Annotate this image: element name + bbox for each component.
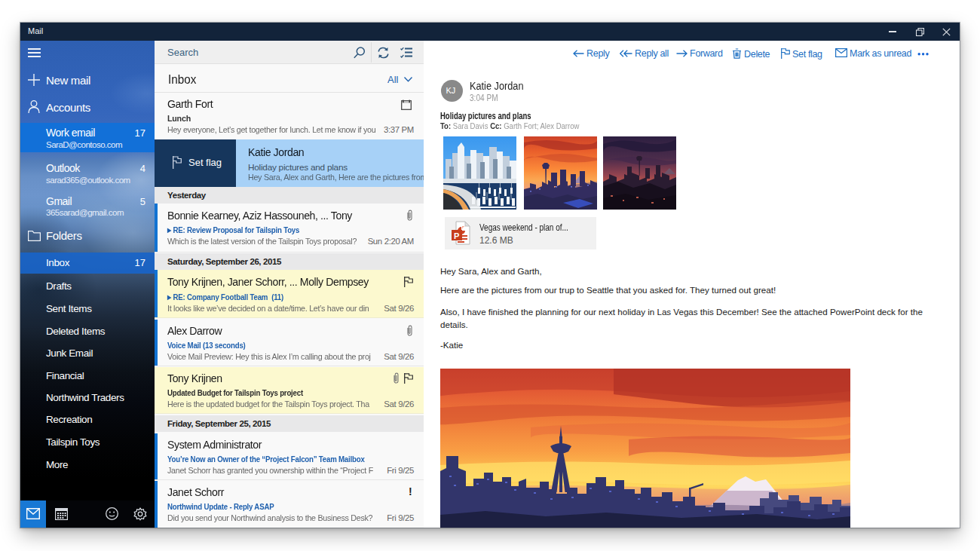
svg-text:P: P — [454, 231, 459, 240]
